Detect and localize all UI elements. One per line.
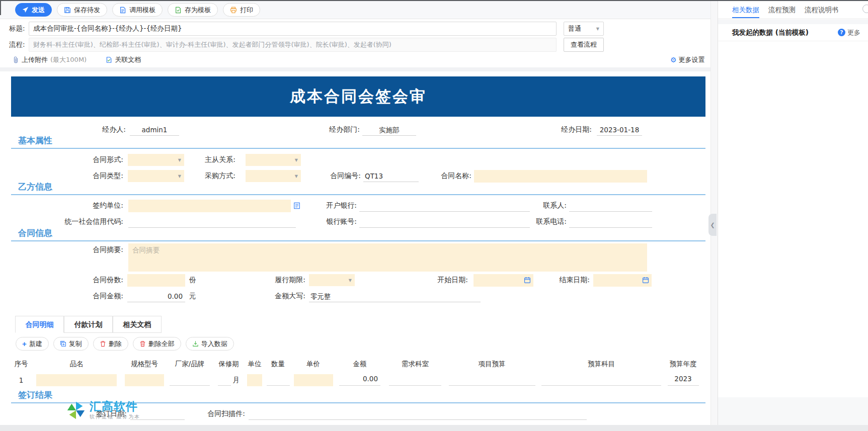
save-icon <box>64 7 71 14</box>
footer-band <box>0 425 868 431</box>
save-as-template-button[interactable]: 存为模板 <box>168 3 218 17</box>
printer-icon <box>230 7 237 14</box>
save-template-icon <box>175 7 182 14</box>
bank-account-field: 银行账号: <box>283 215 530 228</box>
amount-words-value[interactable]: 零元整 <box>309 290 481 302</box>
contract-type-label: 合同类型: <box>11 171 123 181</box>
tab-related-docs[interactable]: 相关文档 <box>113 316 162 333</box>
col-warranty: 保修期 <box>212 360 245 369</box>
section-contract-divider <box>11 240 705 241</box>
section-basic-divider <box>11 148 705 149</box>
cell-warranty-unit: 月 <box>233 376 240 385</box>
cell-budget-year-value[interactable]: 2023 <box>668 375 699 386</box>
cell-budget-subject-input[interactable] <box>541 375 661 386</box>
attachment-row: 上传附件(最大100M) 关联文档 ⚙ 更多设置 <box>0 52 711 67</box>
add-row-label: 新建 <box>29 339 42 349</box>
priority-select[interactable]: 普通 ▼ <box>564 22 604 36</box>
col-project-budget: 项目预算 <box>445 360 538 369</box>
plus-icon: + <box>22 340 27 348</box>
contract-name-input[interactable] <box>474 170 647 183</box>
title-input[interactable] <box>29 22 557 36</box>
save-as-template-label: 存为模板 <box>185 6 211 15</box>
divider-band <box>0 67 711 71</box>
import-data-button[interactable]: 导入数据 <box>186 337 234 351</box>
detail-tabs: 合同明细 付款计划 相关文档 <box>15 316 162 333</box>
department-label: 经办部门: <box>263 125 360 134</box>
copy-icon <box>60 340 66 347</box>
help-icon[interactable]: ? <box>838 29 845 36</box>
contract-scan-input[interactable] <box>249 408 587 420</box>
send-button[interactable]: 发送 <box>15 3 52 17</box>
contact-phone-input[interactable] <box>569 216 652 228</box>
related-docs-link[interactable]: 关联文档 <box>106 55 141 64</box>
print-button[interactable]: 打印 <box>223 3 260 17</box>
amount-value[interactable]: 0.00 <box>127 290 185 302</box>
tab-contract-detail[interactable]: 合同明细 <box>15 316 64 333</box>
col-dept: 需求科室 <box>385 360 445 369</box>
import-icon <box>192 340 199 347</box>
col-unit: 单位 <box>245 360 264 369</box>
contract-no-label: 合同编号: <box>293 171 361 181</box>
chevron-down-icon: ▼ <box>349 278 352 283</box>
cell-unit-price-input[interactable] <box>294 374 333 386</box>
end-date-field: 结束日期: <box>514 274 652 287</box>
panel-collapse-handle[interactable]: ❮ <box>708 214 717 236</box>
use-template-button[interactable]: 调用模板 <box>112 3 163 17</box>
summary-label: 合同摘要: <box>11 243 123 254</box>
cell-dept-input[interactable] <box>389 375 441 386</box>
tab-related-data[interactable]: 相关数据 <box>732 6 759 18</box>
duration-select[interactable]: ▼ <box>309 274 355 286</box>
more-label: 更多 <box>847 28 860 37</box>
purchase-method-field: 采购方式: ▼ <box>167 169 301 183</box>
cell-spec-input[interactable] <box>125 374 164 386</box>
summary-textarea[interactable]: 合同摘要 <box>128 243 647 272</box>
amount-words-field: 金额大写: 零元整 <box>232 290 481 303</box>
contact-input[interactable] <box>569 200 652 212</box>
cell-item-name-input[interactable] <box>36 374 117 386</box>
cell-project-budget-input[interactable] <box>449 375 535 386</box>
delete-row-button[interactable]: 删除 <box>93 337 128 351</box>
credit-code-input[interactable] <box>128 216 296 228</box>
operator-value[interactable]: admin1 <box>130 124 179 136</box>
copies-label: 合同份数: <box>11 276 123 285</box>
end-date-input[interactable] <box>593 274 652 287</box>
flow-row: 流程: 财务科-科主任(审批)、纪检部-科主任(审批)、审计办-科主任(审批)、… <box>0 37 711 52</box>
cell-warranty-input[interactable] <box>218 375 231 386</box>
handle-date-field: 经办日期: 2023-01-18 <box>494 123 642 136</box>
col-spec: 规格型号 <box>122 360 167 369</box>
table-header-row: 序号 品名 规格型号 厂家/品牌 保修期 单位 数量 单价 金额 需求科室 项目… <box>11 357 705 371</box>
tab-payment-plan[interactable]: 付款计划 <box>64 316 113 333</box>
flow-input[interactable]: 财务科-科主任(审批)、纪检部-科主任(审批)、审计办-科主任(审批)、发起者部… <box>29 38 557 52</box>
operator-label: 经办人: <box>41 125 126 134</box>
handle-date-value[interactable]: 2023-01-18 <box>597 124 642 136</box>
copies-input[interactable] <box>127 274 185 287</box>
upload-size-hint: (最大100M) <box>50 55 87 64</box>
view-flow-button[interactable]: 查看流程 <box>564 38 604 52</box>
trash-all-icon <box>139 340 146 347</box>
amount-label: 合同金额: <box>11 292 123 301</box>
cell-brand-input[interactable] <box>170 375 210 386</box>
sign-unit-input[interactable] <box>128 200 291 212</box>
related-doc-icon <box>106 56 112 63</box>
related-docs-label: 关联文档 <box>115 55 141 64</box>
amount-unit: 元 <box>189 292 196 301</box>
delete-all-button[interactable]: 删除全部 <box>133 337 181 351</box>
window-top-edge <box>0 0 868 1</box>
copy-row-button[interactable]: 复制 <box>53 337 89 351</box>
print-label: 打印 <box>240 6 253 15</box>
department-value[interactable]: 实施部 <box>362 124 416 136</box>
edge-circle-icon[interactable] <box>862 5 868 13</box>
tab-flow-forecast[interactable]: 流程预测 <box>768 6 796 18</box>
chevron-down-icon: ▼ <box>295 158 298 162</box>
panel-more-link[interactable]: ? 更多 <box>838 28 860 37</box>
vertical-scrollbar[interactable] <box>711 1 718 425</box>
cell-amount-value[interactable]: 0.00 <box>339 375 380 386</box>
cell-qty-input[interactable] <box>267 375 290 386</box>
cell-unit-input[interactable] <box>247 374 262 386</box>
tab-flow-manual[interactable]: 流程说明书 <box>805 6 839 18</box>
save-pending-button[interactable]: 保存待发 <box>57 3 107 17</box>
add-row-button[interactable]: + 新建 <box>16 337 49 351</box>
more-settings-link[interactable]: ⚙ 更多设置 <box>670 55 705 64</box>
master-slave-select[interactable]: ▼ <box>246 154 301 166</box>
upload-attachment-link[interactable]: 上传附件(最大100M) <box>13 55 87 64</box>
